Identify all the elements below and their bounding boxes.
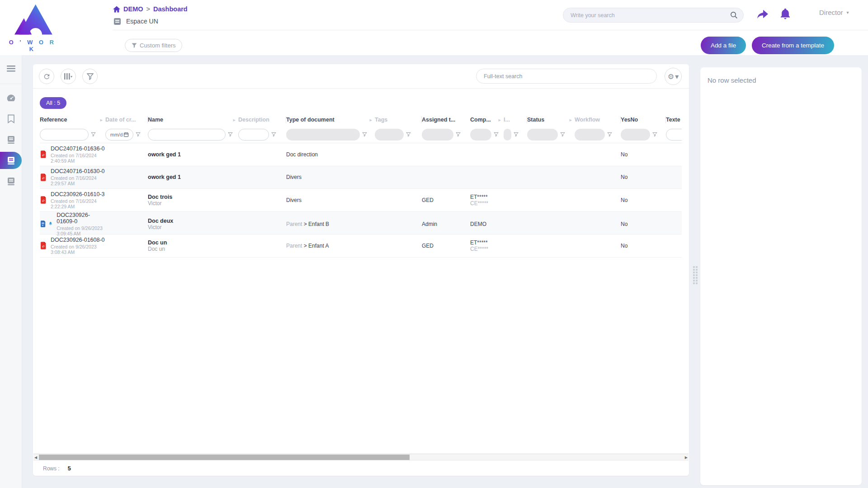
column-header-tags[interactable]: Tags	[375, 116, 422, 123]
fulltext-search-input[interactable]	[484, 73, 649, 80]
sidebar-item-documents-active[interactable]	[0, 152, 22, 169]
filter-funnel-icon[interactable]	[271, 132, 276, 137]
table-toolbar: ▾ ⚙▾	[33, 64, 689, 89]
filter-disabled-tags	[375, 129, 404, 141]
filter-funnel-icon[interactable]	[228, 132, 233, 137]
scroll-left-arrow[interactable]: ◀	[34, 455, 37, 460]
column-header-status[interactable]: Status▸	[527, 116, 575, 123]
column-header-name[interactable]: Name▸	[148, 116, 238, 123]
document-icon	[7, 156, 15, 165]
column-header-reference[interactable]: Reference▸	[40, 116, 105, 123]
column-header-date[interactable]: Date of cr...	[105, 116, 148, 123]
mountain-logo-icon	[10, 2, 55, 38]
filter-funnel-icon[interactable]	[456, 132, 461, 137]
table-row[interactable]: DOC230926-01608-0Created on 9/26/2023 3:…	[40, 235, 682, 258]
filter-funnel-icon[interactable]	[560, 132, 565, 137]
refresh-button[interactable]	[39, 69, 54, 84]
filter-input-reference[interactable]	[40, 129, 89, 141]
column-header-type[interactable]: Type of document▸	[286, 116, 375, 123]
search-icon[interactable]	[730, 11, 738, 19]
bell-icon	[779, 8, 791, 20]
column-header-description[interactable]: Description	[238, 116, 286, 123]
chevron-right-icon: ▸	[569, 117, 572, 123]
column-header-texte[interactable]: Texte	[666, 116, 682, 123]
header-divider	[113, 30, 868, 30]
document-created: Created on 7/16/2024 2:29:57 AM	[51, 175, 105, 186]
document-name: owork ged 1	[148, 151, 238, 158]
chevron-down-icon: ▾	[71, 75, 72, 79]
filter-input-name[interactable]	[148, 129, 226, 141]
document-reference: DOC240716-01630-0	[51, 168, 105, 174]
calendar-icon	[124, 132, 128, 137]
notifications-button[interactable]	[779, 8, 791, 21]
sidebar-item-dashboard[interactable]	[0, 89, 22, 107]
filter-input-date[interactable]: mm/d	[105, 129, 133, 141]
detail-panel: No row selected	[700, 67, 862, 485]
documents-table-card: ▾ ⚙▾ All : 5 Reference▸ Date of cr... Na…	[33, 64, 689, 476]
chevron-right-icon: ▸	[100, 117, 103, 123]
filter-input-texte[interactable]	[666, 129, 682, 141]
filter-funnel-icon[interactable]	[607, 132, 612, 137]
chevron-right-icon: ▸	[498, 117, 501, 123]
scroll-right-arrow[interactable]: ▶	[685, 455, 688, 460]
document-assigned: Admin	[422, 221, 470, 227]
columns-button[interactable]: ▾	[61, 69, 76, 84]
sidebar-item-bookmarks[interactable]	[0, 110, 22, 127]
filter-disabled-type	[286, 129, 360, 141]
column-header-i[interactable]: I...	[504, 116, 527, 123]
table-settings-button[interactable]: ⚙▾	[665, 68, 682, 85]
table-grid: Reference▸ Date of cr... Name▸ Descripti…	[40, 113, 682, 258]
table-row[interactable]: DOC230926-01610-3Created on 7/16/2024 2:…	[40, 189, 682, 212]
document-name: Doc trois	[148, 194, 238, 200]
user-role-menu[interactable]: Director ▾	[819, 9, 849, 16]
column-header-yesno[interactable]: YesNo	[621, 116, 666, 123]
sidebar-item-documents-1[interactable]	[0, 131, 22, 148]
document-type: > Enfant A	[302, 243, 329, 249]
filter-badge-row: All : 5	[33, 89, 689, 113]
filter-disabled-workflow	[575, 129, 605, 141]
panel-resize-handle[interactable]	[693, 266, 698, 287]
global-search-input[interactable]	[571, 12, 730, 19]
filters-button[interactable]	[82, 69, 98, 84]
bookmark-icon	[7, 114, 15, 123]
column-header-assigned[interactable]: Assigned t...	[422, 116, 470, 123]
filter-funnel-icon[interactable]	[91, 132, 96, 137]
document-created: Created on 7/16/2024 2:22:29 AM	[51, 198, 105, 209]
filter-input-description[interactable]	[238, 129, 269, 141]
share-button[interactable]	[757, 9, 769, 21]
filter-funnel-icon[interactable]	[514, 132, 519, 137]
breadcrumb-root[interactable]: DEMO	[123, 5, 143, 13]
filter-funnel-icon[interactable]	[652, 132, 657, 137]
document-type: > Enfant B	[302, 221, 329, 227]
refresh-icon	[43, 73, 51, 80]
table-row[interactable]: DOC240716-01636-0Created on 7/16/2024 2:…	[40, 143, 682, 166]
filter-funnel-icon[interactable]	[136, 132, 141, 137]
filter-funnel-icon[interactable]	[406, 132, 411, 137]
filter-funnel-icon[interactable]	[362, 132, 367, 137]
table-footer: Rows : 5	[33, 461, 689, 476]
column-header-workflow[interactable]: Workflow	[575, 116, 621, 123]
document-type: Divers	[286, 197, 302, 203]
sidebar-item-documents-2[interactable]	[0, 173, 22, 190]
table-row[interactable]: w DOC230926-01609-0Created on 9/26/2023 …	[40, 212, 682, 235]
app-logo: O ' W O R K	[6, 2, 59, 52]
global-search[interactable]	[563, 8, 744, 23]
column-header-company[interactable]: Comp...▸	[470, 116, 504, 123]
create-from-template-button[interactable]: Create from a template	[752, 37, 834, 54]
all-rows-badge[interactable]: All : 5	[40, 97, 66, 109]
horizontal-scrollbar[interactable]: ◀ ▶	[33, 454, 689, 460]
scrollbar-thumb[interactable]	[39, 455, 410, 460]
svg-text:w: w	[42, 224, 43, 226]
breadcrumb-current[interactable]: Dashboard	[153, 5, 188, 13]
add-file-button[interactable]: Add a file	[701, 37, 746, 54]
fulltext-search[interactable]	[476, 69, 657, 84]
document-yesno: No	[621, 243, 666, 249]
filter-funnel-icon[interactable]	[494, 132, 499, 137]
menu-toggle[interactable]	[7, 66, 15, 74]
columns-icon	[64, 73, 70, 80]
user-role-label: Director	[819, 9, 843, 16]
custom-filters-button[interactable]: Custom filters	[125, 39, 182, 52]
filter-disabled-company	[470, 129, 491, 141]
table-row[interactable]: DOC240716-01630-0Created on 7/16/2024 2:…	[40, 166, 682, 189]
document-reference: DOC240716-01636-0	[51, 145, 105, 152]
